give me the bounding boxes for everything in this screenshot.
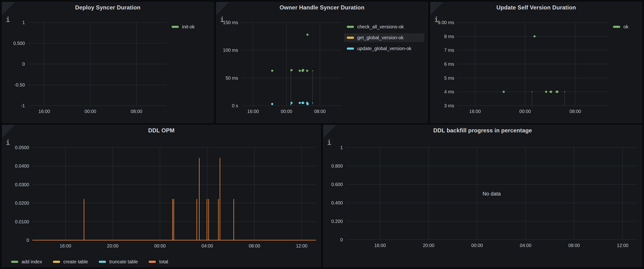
dashboard-row-top: i Deploy Syncer Duration 10.5000-0.50-11…: [2, 2, 642, 123]
x-tick-labels: 16:0000:0008:00: [247, 109, 326, 114]
svg-text:9.00 ms: 9.00 ms: [438, 20, 454, 25]
svg-text:08:00: 08:00: [249, 243, 260, 248]
legend-label: total: [159, 259, 168, 264]
svg-text:20:00: 20:00: [107, 243, 118, 248]
panel-body: 0.05000.04000.03000.02000.0100016:0020:0…: [2, 134, 320, 267]
svg-text:8 ms: 8 ms: [444, 34, 454, 39]
svg-text:00:00: 00:00: [281, 109, 292, 114]
legend-deploy-syncer-duration: init-ok: [169, 12, 211, 122]
legend-item-create-table[interactable]: create table: [52, 258, 89, 265]
x-tick-labels: 16:0020:0000:0004:0008:0012:00: [60, 243, 307, 248]
svg-text:16:00: 16:00: [247, 109, 259, 114]
svg-text:16:00: 16:00: [60, 243, 71, 248]
legend-swatch-icon: [347, 26, 354, 28]
series-total: [32, 158, 316, 240]
svg-text:-0.50: -0.50: [14, 82, 25, 88]
svg-text:00:00: 00:00: [154, 243, 166, 248]
legend-item-ok[interactable]: ok: [610, 22, 638, 31]
panel-title[interactable]: Update Self Version Duration: [445, 4, 628, 11]
chart-canvas: 10.8000.6000.4000.200016:0020:0000:0004:…: [325, 134, 640, 266]
svg-text:00:00: 00:00: [85, 109, 96, 114]
svg-text:20:00: 20:00: [423, 243, 434, 248]
legend-label: add index: [22, 259, 42, 264]
legend-item-get-global-version-ok[interactable]: get_global_version-ok: [344, 33, 424, 42]
legend-swatch-icon: [613, 26, 620, 28]
legend-update-self-version-duration: ok: [610, 12, 640, 122]
legend-swatch-icon: [172, 26, 179, 28]
chart-update-self-version-duration[interactable]: 9.00 ms8 ms7 ms6 ms5 ms4 ms3 ms16:0000:0…: [432, 12, 610, 122]
legend-item-add-index[interactable]: add index: [10, 258, 43, 265]
legend-ddl-opm: add indexcreate tabletruncate tabletotal: [4, 258, 318, 266]
svg-text:0.0100: 0.0100: [15, 219, 29, 224]
legend-item-total[interactable]: total: [148, 258, 169, 265]
svg-text:1: 1: [22, 20, 25, 25]
panel-info-corner[interactable]: i: [324, 125, 336, 138]
legend-item-check-all-versions-ok[interactable]: check_all_versions-ok: [344, 22, 424, 31]
legend-swatch-icon: [53, 261, 60, 263]
legend-item-update-global-version-ok[interactable]: update_global_version-ok: [344, 44, 424, 53]
svg-text:08:00: 08:00: [131, 109, 142, 114]
panel-title[interactable]: Owner Handle Syncer Duration: [230, 4, 414, 11]
legend-label: check_all_versions-ok: [357, 24, 404, 30]
svg-text:04:00: 04:00: [202, 243, 213, 248]
svg-text:5 ms: 5 ms: [444, 76, 454, 80]
annotation-lines: [532, 92, 564, 106]
panel-body: 10.5000-0.50-116:0000:0008:00 init-ok: [2, 12, 214, 123]
svg-text:08:00: 08:00: [314, 109, 326, 114]
chart-canvas: 0.05000.04000.03000.02000.0100016:0020:0…: [4, 134, 318, 257]
svg-text:0.600: 0.600: [331, 182, 343, 187]
svg-text:16:00: 16:00: [374, 243, 386, 248]
legend-item-truncate-table[interactable]: truncate table: [98, 258, 139, 265]
legend-swatch-icon: [347, 37, 354, 39]
legend-label: create table: [63, 259, 88, 264]
info-icon: i: [434, 16, 438, 24]
svg-text:-1: -1: [21, 103, 25, 108]
chart-canvas: 150 ms100 ms50 ms0 s16:0000:0008:00: [218, 12, 344, 122]
svg-text:00:00: 00:00: [472, 243, 483, 248]
grid-lines: [242, 22, 342, 106]
panel-title[interactable]: Deploy Syncer Duration: [16, 4, 199, 11]
series-check-all-versions-ok: [271, 34, 313, 72]
panel-deploy-syncer-duration: i Deploy Syncer Duration 10.5000-0.50-11…: [2, 2, 214, 123]
svg-text:0.0400: 0.0400: [15, 163, 29, 168]
panel-info-corner[interactable]: i: [2, 2, 15, 15]
svg-text:100 ms: 100 ms: [223, 48, 238, 53]
svg-text:6 ms: 6 ms: [444, 62, 454, 67]
panel-info-corner[interactable]: i: [216, 2, 229, 15]
svg-text:0.200: 0.200: [331, 219, 343, 224]
x-tick-labels: 16:0000:0008:00: [38, 109, 142, 114]
panel-body: 9.00 ms8 ms7 ms6 ms5 ms4 ms3 ms16:0000:0…: [430, 12, 642, 123]
svg-text:12:00: 12:00: [296, 243, 308, 248]
x-tick-labels: 16:0000:0008:00: [469, 109, 581, 114]
svg-text:0.800: 0.800: [331, 163, 343, 168]
svg-text:16:00: 16:00: [38, 109, 50, 114]
panel-info-corner[interactable]: i: [2, 125, 15, 138]
chart-owner-handle-syncer-duration[interactable]: 150 ms100 ms50 ms0 s16:0000:0008:00: [218, 12, 344, 122]
svg-text:0: 0: [26, 238, 29, 243]
panel-owner-handle-syncer-duration: i Owner Handle Syncer Duration 150 ms100…: [216, 2, 428, 123]
legend-swatch-icon: [11, 261, 18, 263]
grid-lines: [32, 148, 316, 240]
legend-swatch-icon: [99, 261, 106, 263]
y-tick-labels: 10.5000-0.50-1: [13, 20, 25, 108]
panel-title[interactable]: DDL backfill progress in percentage: [338, 127, 628, 134]
svg-text:00:00: 00:00: [520, 109, 531, 114]
svg-text:0: 0: [340, 237, 343, 242]
legend-item-init-ok[interactable]: init-ok: [169, 22, 210, 31]
legend-label: ok: [624, 24, 628, 30]
chart-deploy-syncer-duration[interactable]: 10.5000-0.50-116:0000:0008:00: [4, 12, 169, 122]
svg-text:1: 1: [340, 145, 343, 150]
svg-text:0: 0: [22, 62, 25, 67]
legend-label: get_global_version-ok: [357, 35, 404, 40]
legend-label: init-ok: [182, 24, 194, 30]
y-tick-labels: 9.00 ms8 ms7 ms6 ms5 ms4 ms3 ms: [438, 20, 454, 108]
panel-info-corner[interactable]: i: [430, 2, 443, 15]
legend-swatch-icon: [149, 261, 156, 263]
panel-ddl-backfill-progress: i DDL backfill progress in percentage 10…: [323, 125, 642, 267]
chart-ddl-backfill-progress[interactable]: 10.8000.6000.4000.200016:0020:0000:0004:…: [325, 134, 640, 266]
series-update-global-version-ok: [271, 102, 313, 105]
svg-text:08:00: 08:00: [570, 109, 581, 114]
chart-ddl-opm[interactable]: 0.05000.04000.03000.02000.0100016:0020:0…: [4, 134, 318, 257]
svg-text:0.0300: 0.0300: [15, 182, 29, 187]
panel-title[interactable]: DDL OPM: [16, 127, 306, 134]
